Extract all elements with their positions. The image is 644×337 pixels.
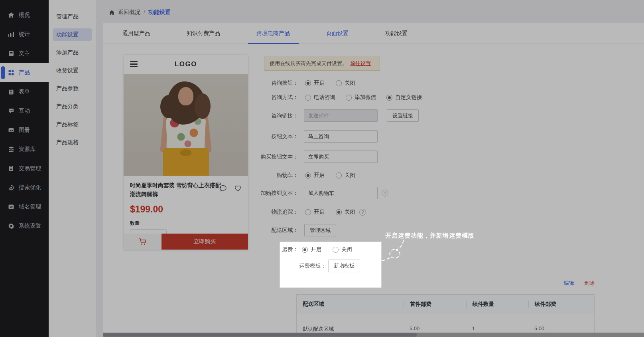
freight-template-row: 运费模板： 新增模板: [280, 260, 360, 272]
freight-spotlight: 运费： 开启 关闭 运费模板： 新增模板: [280, 242, 381, 287]
freight-off-radio[interactable]: [333, 247, 339, 253]
radio-label: 开启: [311, 246, 321, 253]
freight-on-radio[interactable]: [302, 247, 308, 253]
field-label: 运费模板：: [280, 262, 326, 270]
dashed-arrow-icon: [373, 240, 417, 264]
freight-toggle-row: 运费： 开启 关闭: [280, 245, 352, 254]
add-template-button[interactable]: 新增模板: [328, 260, 360, 272]
field-label: 运费：: [280, 246, 298, 253]
radio-label: 关闭: [341, 246, 352, 253]
tutorial-annotation: 开启运费功能，并新增运费模版: [385, 232, 475, 240]
